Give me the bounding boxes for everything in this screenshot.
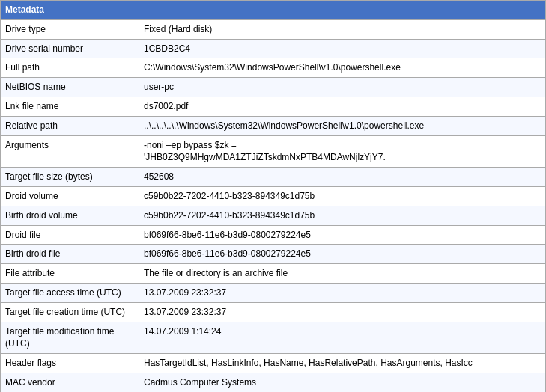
table-row: Droid volumec59b0b22-7202-4410-b323-8943… — [1, 186, 546, 206]
row-label: Drive serial number — [1, 39, 139, 58]
row-label: Droid file — [1, 225, 139, 245]
row-value: bf069f66-8be6-11e6-b3d9-0800279224e5 — [139, 245, 546, 264]
row-value: HasTargetIdList, HasLinkInfo, HasName, H… — [139, 354, 546, 373]
metadata-table: Metadata Drive typeFixed (Hard disk)Driv… — [0, 0, 546, 392]
table-row: Target file size (bytes)452608 — [1, 168, 546, 187]
table-row: Birth droid filebf069f66-8be6-11e6-b3d9-… — [1, 245, 546, 264]
table-row: Full pathC:\Windows\System32\WindowsPowe… — [1, 58, 546, 78]
table-row: Droid filebf069f66-8be6-11e6-b3d9-080027… — [1, 225, 546, 245]
table-header: Metadata — [1, 1, 546, 20]
row-label: Droid volume — [1, 186, 139, 206]
row-label: NetBIOS name — [1, 78, 139, 97]
row-label: Birth droid volume — [1, 206, 139, 225]
row-value: Fixed (Hard disk) — [139, 19, 546, 39]
table-row: Target file modification time (UTC)14.07… — [1, 322, 546, 354]
row-value: The file or directory is an archive file — [139, 264, 546, 284]
table-header-row: Metadata — [1, 1, 546, 20]
table-row: Arguments-noni –ep bypass $zk = 'JHB0Z3Q… — [1, 135, 546, 168]
row-value: -noni –ep bypass $zk = 'JHB0Z3Q9MHgwMDA1… — [139, 135, 546, 168]
row-value: ds7002.pdf — [139, 97, 546, 116]
row-value: Cadmus Computer Systems — [139, 373, 546, 392]
row-value: c59b0b22-7202-4410-b323-894349c1d75b — [139, 186, 546, 206]
row-value: 452608 — [139, 168, 546, 187]
row-label: Target file modification time (UTC) — [1, 322, 139, 354]
row-value: 13.07.2009 23:32:37 — [139, 283, 546, 302]
row-label: Target file creation time (UTC) — [1, 302, 139, 322]
table-row: MAC vendorCadmus Computer Systems — [1, 373, 546, 392]
row-label: Target file size (bytes) — [1, 168, 139, 187]
row-value: c59b0b22-7202-4410-b323-894349c1d75b — [139, 206, 546, 225]
table-row: NetBIOS nameuser-pc — [1, 78, 546, 97]
table-row: Drive typeFixed (Hard disk) — [1, 19, 546, 39]
table-row: Target file access time (UTC)13.07.2009 … — [1, 283, 546, 302]
table-row: Target file creation time (UTC)13.07.200… — [1, 302, 546, 322]
row-value: bf069f66-8be6-11e6-b3d9-0800279224e5 — [139, 225, 546, 245]
table-row: Drive serial number1CBDB2C4 — [1, 39, 546, 58]
row-value: ..\..\..\..\.\Windows\System32\WindowsPo… — [139, 116, 546, 135]
row-label: Lnk file name — [1, 97, 139, 116]
table-row: Relative path..\..\..\..\.\Windows\Syste… — [1, 116, 546, 135]
row-label: Target file access time (UTC) — [1, 283, 139, 302]
row-label: Relative path — [1, 116, 139, 135]
row-value: 14.07.2009 1:14:24 — [139, 322, 546, 354]
row-label: Full path — [1, 58, 139, 78]
row-value: user-pc — [139, 78, 546, 97]
row-label: Birth droid file — [1, 245, 139, 264]
row-label: Arguments — [1, 135, 139, 168]
row-label: MAC vendor — [1, 373, 139, 392]
table-row: Birth droid volumec59b0b22-7202-4410-b32… — [1, 206, 546, 225]
row-value: 1CBDB2C4 — [139, 39, 546, 58]
table-row: File attributeThe file or directory is a… — [1, 264, 546, 284]
table-row: Header flagsHasTargetIdList, HasLinkInfo… — [1, 354, 546, 373]
row-value: 13.07.2009 23:32:37 — [139, 302, 546, 322]
row-label: Header flags — [1, 354, 139, 373]
row-label: Drive type — [1, 19, 139, 39]
row-label: File attribute — [1, 264, 139, 284]
row-value: C:\Windows\System32\WindowsPowerShell\v1… — [139, 58, 546, 78]
table-row: Lnk file nameds7002.pdf — [1, 97, 546, 116]
